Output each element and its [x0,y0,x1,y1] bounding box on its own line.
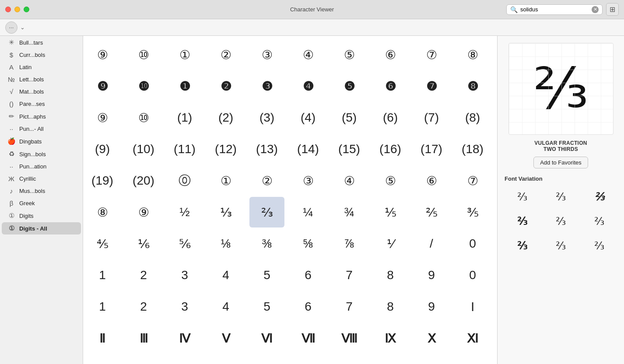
char-cell[interactable]: ⑥ [373,39,408,70]
char-cell[interactable]: ⑨ [85,102,120,133]
char-cell[interactable]: ⑤ [332,39,367,70]
sidebar-item-bullets[interactable]: ✳Bull...tars [2,36,81,49]
char-cell[interactable]: (19) [85,165,120,196]
char-cell[interactable]: 0 [455,260,490,290]
char-cell[interactable]: ④ [291,39,326,70]
sidebar-item-cyrillic[interactable]: ЖCyrillic [2,173,81,185]
char-cell[interactable]: (20) [126,165,161,196]
char-cell[interactable]: ❾ [85,71,120,102]
char-cell[interactable]: 1 [85,291,120,322]
sidebar-item-pictographs[interactable]: ✏Pict...aphs [2,110,81,122]
char-cell[interactable]: (4) [291,102,326,133]
char-cell[interactable]: (2) [208,102,243,133]
char-cell[interactable]: ❶ [167,71,202,102]
char-cell[interactable]: ⅳ [249,354,284,364]
sidebar-item-dingbats[interactable]: 🍎Dingbats [2,135,81,147]
add-to-favorites-button[interactable]: Add to Favorites [533,157,588,168]
char-cell[interactable]: ⑧ [85,197,120,228]
char-cell[interactable]: (5) [332,102,367,133]
char-cell[interactable]: 5 [249,260,284,290]
char-cell[interactable]: Ⅶ [291,323,326,354]
char-cell[interactable]: ⅱ [167,354,202,364]
char-cell[interactable]: Ⅹ [414,323,449,354]
char-cell[interactable]: (8) [455,102,490,133]
sidebar-item-math[interactable]: √Mat...bols [2,86,81,98]
sidebar-item-latin[interactable]: ALatin [2,61,81,73]
char-cell[interactable]: Ⅷ [332,323,367,354]
char-cell[interactable]: 0 [455,228,490,259]
char-cell[interactable]: Ⅵ [249,323,284,354]
char-cell[interactable]: ¼ [291,197,326,228]
chevron-button[interactable]: ⌄ [20,24,25,31]
char-cell[interactable]: ⅶ [373,354,408,364]
char-cell[interactable]: ⅵ [332,354,367,364]
char-cell[interactable]: ⓪ [167,165,202,196]
char-cell[interactable]: ❷ [208,71,243,102]
char-cell[interactable]: (3) [249,102,284,133]
char-cell[interactable]: ⅲ [208,354,243,364]
char-cell[interactable]: (13) [249,134,284,164]
char-cell[interactable]: (16) [373,134,408,164]
close-button[interactable] [5,7,11,12]
font-variation-cell-3[interactable]: ⅔ [505,211,540,232]
char-cell[interactable]: ❻ [373,71,408,102]
char-cell[interactable]: (1) [167,102,202,133]
char-cell[interactable]: ⑨ [126,197,161,228]
char-cell[interactable]: 7 [332,260,367,290]
char-cell[interactable]: (14) [291,134,326,164]
sidebar-item-parens[interactable]: ()Pare...ses [2,98,81,110]
font-variation-cell-8[interactable]: ⅔ [582,235,617,256]
char-cell[interactable]: ⅰ [126,354,161,364]
char-cell[interactable]: Ⅰ [455,291,490,322]
char-cell[interactable]: 3 [167,260,202,290]
char-cell[interactable]: ⅝ [291,228,326,259]
char-cell[interactable]: 2 [126,260,161,290]
sidebar-item-letterlike[interactable]: №Lett...bols [2,74,81,85]
char-cell[interactable]: 3 [167,291,202,322]
char-cell[interactable]: 8 [373,260,408,290]
char-cell[interactable]: ⑦ [414,39,449,70]
char-cell[interactable]: 4 [208,291,243,322]
char-cell[interactable]: ⅛ [208,228,243,259]
char-cell[interactable]: 4 [208,260,243,290]
char-cell[interactable]: ② [249,165,284,196]
char-cell[interactable]: ⅟ [373,228,408,259]
sidebar-item-music[interactable]: ♪Mus...bols [2,185,81,197]
char-cell[interactable]: ❼ [414,71,449,102]
char-cell[interactable]: ③ [291,165,326,196]
char-cell[interactable]: (12) [208,134,243,164]
char-cell[interactable]: / [414,228,449,259]
char-cell[interactable]: (7) [414,102,449,133]
char-cell[interactable]: 9 [414,260,449,290]
char-cell[interactable]: 7 [332,291,367,322]
char-cell[interactable]: (6) [373,102,408,133]
char-cell[interactable]: ⅓ [208,197,243,228]
char-cell[interactable]: ⑤ [373,165,408,196]
font-variation-cell-1[interactable]: ⅔ [543,186,578,207]
char-cell[interactable]: (11) [167,134,202,164]
char-cell[interactable]: ❺ [332,71,367,102]
minimize-button[interactable] [14,7,20,12]
char-cell[interactable]: ⑨ [85,39,120,70]
sidebar-item-punctuation-all[interactable]: ··Pun...- All [2,123,81,135]
char-cell[interactable]: ❿ [126,71,161,102]
sidebar-item-digits-all[interactable]: ①Digits - All [2,222,81,234]
char-cell[interactable]: 5 [249,291,284,322]
layout-toggle-button[interactable]: ⊞ [606,3,619,16]
font-variation-cell-4[interactable]: ⅔ [543,211,578,232]
sidebar-item-greek[interactable]: βGreek [2,197,81,209]
font-variation-cell-0[interactable]: ⅔ [505,186,540,207]
char-cell[interactable]: 6 [291,291,326,322]
clear-search-button[interactable]: ✕ [592,6,599,13]
char-cell[interactable]: ❹ [291,71,326,102]
char-cell[interactable]: Ⅱ [85,323,120,354]
char-cell[interactable]: ⅖ [414,197,449,228]
char-cell[interactable]: ① [167,39,202,70]
search-box[interactable]: 🔍 ✕ [506,4,603,15]
char-cell[interactable]: Ⅺ [455,323,490,354]
char-cell[interactable]: 2 [126,291,161,322]
char-cell[interactable]: Ⅲ [126,323,161,354]
char-cell[interactable]: ④ [332,165,367,196]
character-grid-container[interactable]: ⑨⑩①②③④⑤⑥⑦⑧❾❿❶❷❸❹❺❻❼❽⑨⑩(1)(2)(3)(4)(5)(6)… [83,36,497,364]
char-cell[interactable]: ① [208,165,243,196]
